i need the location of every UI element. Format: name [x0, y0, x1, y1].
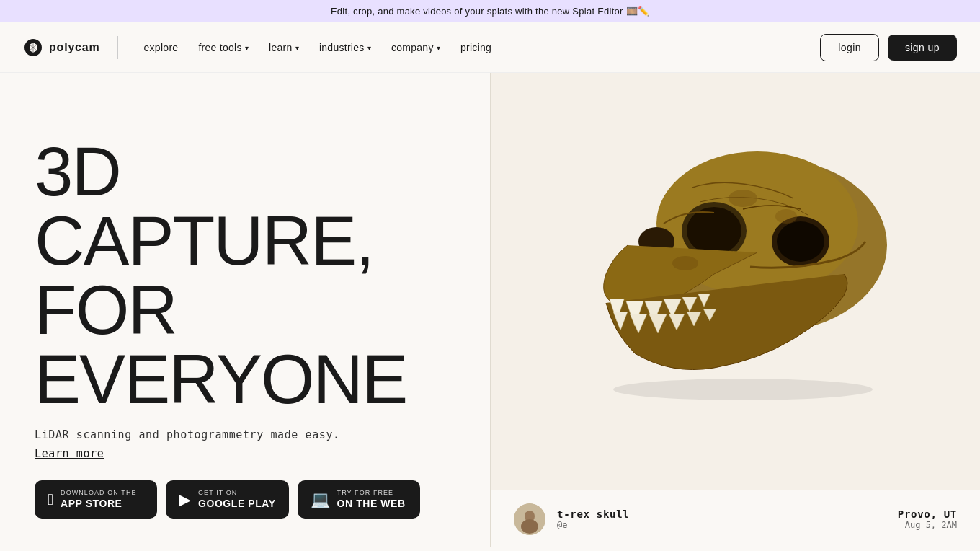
model-location: Provo, UT Aug 5, 2AM — [898, 508, 957, 530]
web-label-small: TRY FOR FREE — [337, 489, 406, 497]
svg-point-10 — [613, 379, 873, 400]
nav-pricing[interactable]: pricing — [452, 36, 500, 59]
svg-point-3 — [687, 207, 741, 255]
nav-explore[interactable]: explore — [135, 36, 187, 59]
avatar-image — [514, 503, 545, 535]
model-name: t-rex skull — [557, 508, 898, 520]
login-button[interactable]: login — [820, 34, 879, 61]
appstore-text: DOWNLOAD ON THE APP STORE — [61, 489, 137, 510]
nav-company[interactable]: company ▾ — [383, 36, 449, 59]
nav-actions: login sign up — [820, 34, 957, 61]
appstore-button[interactable]:  DOWNLOAD ON THE APP STORE — [35, 480, 157, 519]
nav-free-tools[interactable]: free tools ▾ — [190, 36, 257, 59]
announcement-banner: Edit, crop, and make videos of your spla… — [0, 0, 980, 22]
svg-point-9 — [672, 256, 698, 270]
google-play-label-big: GOOGLE PLAY — [198, 497, 276, 510]
hero-title-line1: 3D CAPTURE, — [35, 133, 373, 279]
nav-industries[interactable]: industries ▾ — [311, 36, 380, 59]
svg-point-6 — [777, 221, 824, 262]
company-chevron: ▾ — [437, 44, 440, 52]
google-play-button[interactable]: ▶ GET IT ON GOOGLE PLAY — [166, 480, 289, 519]
google-play-label-small: GET IT ON — [198, 489, 276, 497]
model-info-bar: t-rex skull @e Provo, UT Aug 5, 2AM — [491, 490, 980, 547]
left-panel: 3D CAPTURE, FOR EVERYONE LiDAR scanning … — [0, 73, 490, 547]
trex-container — [491, 73, 980, 490]
hero-title: 3D CAPTURE, FOR EVERYONE — [35, 137, 455, 414]
main-nav: polycam explore free tools ▾ learn ▾ ind… — [0, 22, 980, 73]
trex-skull-image — [548, 115, 923, 447]
appstore-label-small: DOWNLOAD ON THE — [61, 489, 137, 497]
hero-title-line2: FOR EVERYONE — [35, 271, 406, 418]
right-panel: t-rex skull @e Provo, UT Aug 5, 2AM — [491, 73, 980, 547]
model-city: Provo, UT — [898, 508, 957, 520]
free-tools-chevron: ▾ — [245, 44, 249, 52]
web-text: TRY FOR FREE ON THE WEB — [337, 489, 406, 510]
learn-chevron: ▾ — [295, 44, 299, 52]
google-play-text: GET IT ON GOOGLE PLAY — [198, 489, 276, 510]
laptop-icon: 💻 — [311, 490, 330, 509]
industries-chevron: ▾ — [368, 44, 371, 52]
nav-divider — [117, 36, 118, 59]
google-play-icon: ▶ — [179, 490, 191, 509]
model-user: @e — [557, 520, 898, 530]
web-label-big: ON THE WEB — [337, 497, 406, 510]
appstore-label-big: APP STORE — [61, 497, 137, 510]
model-avatar — [514, 503, 545, 535]
polycam-logo-icon — [23, 38, 43, 58]
logo-link[interactable]: polycam — [23, 38, 100, 58]
hero-subtitle: LiDAR scanning and photogrammetry made e… — [35, 428, 455, 441]
nav-links: explore free tools ▾ learn ▾ industries … — [135, 36, 821, 59]
model-info: t-rex skull @e — [557, 508, 898, 530]
web-button[interactable]: 💻 TRY FOR FREE ON THE WEB — [298, 480, 420, 519]
learn-more-link[interactable]: Learn more — [35, 447, 455, 460]
apple-icon:  — [48, 490, 53, 509]
signup-button[interactable]: sign up — [888, 35, 957, 61]
svg-point-7 — [729, 190, 757, 207]
main-content: 3D CAPTURE, FOR EVERYONE LiDAR scanning … — [0, 73, 980, 547]
cta-buttons:  DOWNLOAD ON THE APP STORE ▶ GET IT ON … — [35, 480, 455, 519]
model-date: Aug 5, 2AM — [898, 520, 957, 530]
svg-point-13 — [521, 519, 538, 534]
nav-learn[interactable]: learn ▾ — [260, 36, 308, 59]
logo-text: polycam — [49, 41, 100, 54]
svg-point-8 — [775, 209, 797, 224]
banner-text: Edit, crop, and make videos of your spla… — [331, 6, 649, 17]
